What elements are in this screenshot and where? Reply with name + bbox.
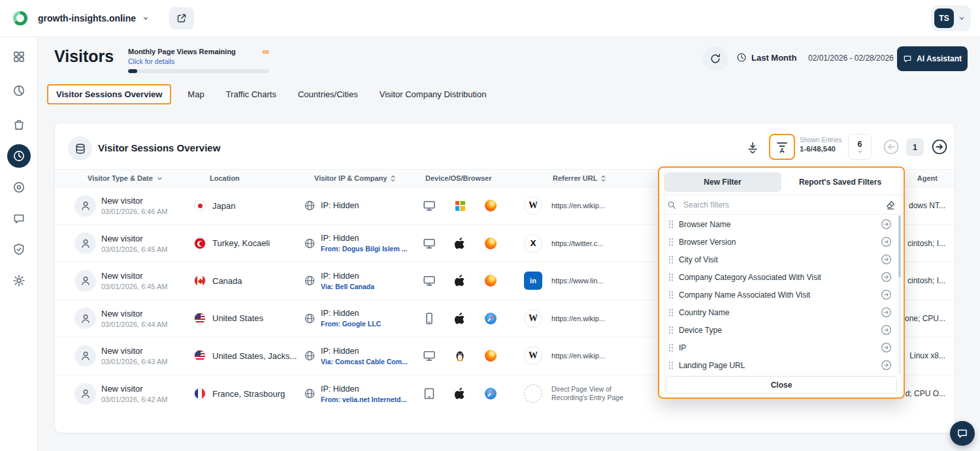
support-chat-button[interactable] <box>950 421 975 446</box>
flag-fr-icon <box>194 388 206 399</box>
filter-item-company-name-associated-with-visit[interactable]: Company Name Associated With Visit <box>659 286 897 303</box>
previous-page-button[interactable] <box>881 137 901 157</box>
scrollbar-thumb[interactable] <box>898 215 901 277</box>
referrer-url: https://en.wikip... <box>551 352 605 360</box>
desktop-icon <box>423 349 436 362</box>
tab-traffic-charts[interactable]: Traffic Charts <box>226 89 276 99</box>
account-menu[interactable]: TS <box>931 5 971 31</box>
drag-handle-icon[interactable] <box>668 290 674 299</box>
device-os-browser-icons <box>417 237 522 250</box>
tab-map[interactable]: Map <box>188 89 204 99</box>
sort-icon <box>600 174 606 183</box>
date-range-selector[interactable]: 02/01/2026 - 02/28/2026 <box>808 54 905 63</box>
filter-list-scrollbar[interactable] <box>898 215 901 374</box>
sidebar-item-settings[interactable] <box>11 273 27 288</box>
filter-item-city-of-visit[interactable]: City of Visit <box>659 251 897 268</box>
ecommerce-icon <box>12 118 25 131</box>
visit-datetime: 03/01/2026, 6:42 AM <box>101 396 168 403</box>
external-link-icon <box>176 13 187 23</box>
export-button[interactable] <box>740 134 766 161</box>
next-page-button[interactable] <box>930 137 949 157</box>
arrow-right-circle-icon[interactable] <box>881 272 892 283</box>
desktop-icon <box>423 274 436 287</box>
refresh-button[interactable] <box>703 46 728 71</box>
ai-assistant-button[interactable]: AI Assistant <box>897 46 968 71</box>
flag-jp-icon <box>194 200 206 211</box>
filter-item-label: Browser Name <box>679 220 881 229</box>
column-header-visitor-type[interactable]: Visitor Type & Date <box>55 174 192 182</box>
filter-item-browser-version[interactable]: Browser Version <box>659 233 897 251</box>
drag-handle-icon[interactable] <box>668 326 674 334</box>
filter-button[interactable] <box>769 134 795 160</box>
sidebar-item-recordings[interactable] <box>11 179 27 195</box>
drag-handle-icon[interactable] <box>668 255 674 264</box>
quota-details-link[interactable]: Click for details <box>128 57 269 65</box>
page-size-value: 6 <box>858 140 862 149</box>
sidebar-item-ecommerce[interactable] <box>11 117 27 132</box>
location-label: United States <box>212 313 263 323</box>
tab-visitor-company-distribution[interactable]: Visitor Company Distribution <box>380 89 487 99</box>
arrow-right-circle-icon[interactable] <box>881 254 892 265</box>
linkedin-icon: in <box>524 272 542 290</box>
sidebar-item-statistics[interactable] <box>11 83 27 99</box>
filter-item-country-name[interactable]: Country Name <box>659 303 897 321</box>
flag-us-icon <box>194 350 206 362</box>
location-label: Turkey, Kocaeli <box>212 238 270 248</box>
drag-handle-icon[interactable] <box>668 220 674 228</box>
device-os-browser-icons <box>417 199 522 212</box>
period-selector[interactable]: Last Month <box>736 52 796 63</box>
column-header-ip-company[interactable]: Visitor IP & Company <box>303 174 417 183</box>
clear-filters-icon[interactable] <box>885 200 896 210</box>
close-filter-panel-button[interactable]: Close <box>666 376 897 394</box>
arrow-right-circle-icon[interactable] <box>881 307 892 318</box>
arrow-right-circle-icon[interactable] <box>881 289 892 300</box>
filter-tab-new-filter[interactable]: New Filter <box>664 172 781 192</box>
chevron-down-icon <box>142 14 150 22</box>
ip-label: IP: Hidden <box>321 309 381 318</box>
visit-datetime: 03/01/2026, 6:44 AM <box>101 320 168 328</box>
filter-panel-tabs: New FilterReport's Saved Filters <box>664 172 899 192</box>
tab-countries-cities[interactable]: Countries/Cities <box>298 89 358 99</box>
filter-item-device-type[interactable]: Device Type <box>659 321 897 339</box>
drag-handle-icon[interactable] <box>668 273 674 281</box>
topbar: growth-insights.online TS <box>0 0 980 37</box>
current-page-indicator: 1 <box>906 138 924 156</box>
arrow-right-circle-icon[interactable] <box>881 236 892 247</box>
page-size-selector[interactable]: 6 <box>848 134 872 160</box>
export-icon <box>746 141 759 154</box>
filter-item-company-category-associated-with-visit[interactable]: Company Category Associated With Visit <box>659 268 897 286</box>
drag-handle-icon[interactable] <box>668 308 674 317</box>
sidebar-item-overview[interactable] <box>11 49 27 65</box>
table-icon-badge <box>68 136 92 161</box>
search-filters-input[interactable] <box>682 200 879 210</box>
flag-us-icon <box>194 313 206 324</box>
shown-entries: Shown Entries 1-6/48,540 <box>800 136 847 153</box>
drag-handle-icon[interactable] <box>668 238 674 246</box>
filter-list: Browser Name Browser Version City of Vis… <box>659 215 897 374</box>
sidebar-item-privacy[interactable] <box>11 241 27 257</box>
arrow-right-circle-icon[interactable] <box>881 324 892 335</box>
tab-visitor-sessions-overview[interactable]: Visitor Sessions Overview <box>47 84 171 104</box>
referrer-url: https://twitter.c... <box>551 240 603 247</box>
drag-handle-icon[interactable] <box>668 343 674 352</box>
open-site-button[interactable] <box>169 7 194 29</box>
visit-datetime: 03/01/2026, 6:43 AM <box>101 358 168 365</box>
desktop-icon <box>423 237 436 250</box>
filter-item-browser-name[interactable]: Browser Name <box>659 215 897 233</box>
privacy-icon <box>12 243 25 256</box>
filter-tab-report-s-saved-filters[interactable]: Report's Saved Filters <box>781 172 899 192</box>
sidebar-item-visitor-history[interactable] <box>7 144 31 168</box>
arrow-right-circle-icon <box>931 138 948 155</box>
arrow-right-circle-icon[interactable] <box>881 219 892 230</box>
drag-handle-icon[interactable] <box>668 361 674 369</box>
sidebar-item-feedback[interactable] <box>11 211 27 226</box>
filter-item-ip[interactable]: IP <box>659 339 897 356</box>
visitor-avatar-icon <box>74 345 96 367</box>
column-header-location: Location <box>192 174 303 182</box>
site-selector[interactable]: growth-insights.online <box>38 13 150 23</box>
arrow-right-circle-icon[interactable] <box>881 342 892 353</box>
filter-item-landing-page-url[interactable]: Landing Page URL <box>659 356 897 374</box>
globe-icon <box>304 388 316 399</box>
chat-icon <box>956 428 968 439</box>
arrow-right-circle-icon[interactable] <box>881 360 892 371</box>
